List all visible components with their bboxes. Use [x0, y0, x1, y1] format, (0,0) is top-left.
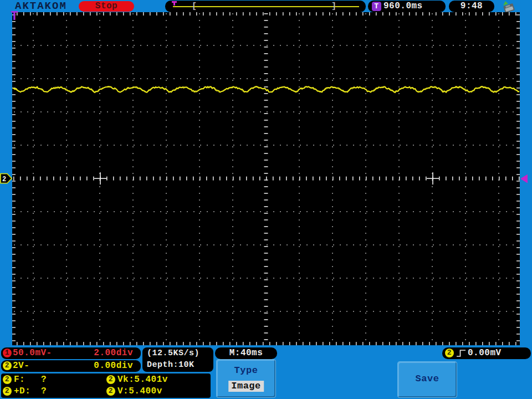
sample-rate: (12.5KS/s) — [147, 349, 200, 358]
ch1-badge: 1 — [3, 349, 12, 357]
trigger-icon: T — [372, 2, 381, 11]
usb-storage-icon — [501, 1, 518, 13]
oscilloscope-screen: AKTAKOM Stop [ ] T 960.0ms 9:48 T 2 1 — [0, 0, 532, 399]
measurement-label: +D: — [14, 386, 30, 397]
acquisition-readout: (12.5KS/s) Depth:10K — [142, 347, 213, 372]
clock-readout: 9:48 — [449, 1, 494, 12]
measurement-readout: Vk:5.401v — [117, 374, 168, 386]
ch1-position: 2.00div — [94, 347, 133, 359]
timebase-readout: M:40ms — [215, 347, 277, 359]
trigger-level-value: 0.00mV — [468, 347, 502, 359]
measurement-value: ? — [41, 386, 47, 397]
ch2-level-marker-label: 2 — [2, 176, 7, 183]
save-button[interactable]: Save — [397, 361, 457, 398]
measurement-ch-badge: 2 — [106, 375, 115, 384]
trigger-source-badge: 2 — [445, 349, 454, 357]
run-status-badge: Stop — [79, 1, 134, 12]
measurement-ch-badge: 2 — [106, 387, 115, 396]
brand-logo: AKTAKOM — [15, 0, 67, 12]
record-window-left-bracket: [ — [192, 1, 197, 12]
measurement-value: 5.400v — [129, 386, 162, 396]
trigger-position-marker: T — [11, 11, 18, 23]
record-window-right-bracket: ] — [331, 1, 337, 12]
measurement-value: 5.401v — [134, 375, 168, 385]
measurement-label: F: — [14, 374, 25, 386]
measurement-label: Vk: — [117, 375, 134, 385]
measurements-panel: 2 F: ? 2 Vk:5.401v 2 +D: ? 2 V:5.400v — [1, 374, 211, 398]
ch1-scale: 50.0mV- — [13, 347, 52, 359]
ch1-status-readout: 1 50.0mV- 2.00div — [1, 347, 141, 359]
ch2-position: 0.00div — [94, 360, 133, 372]
type-menu-button[interactable]: Type Image — [216, 359, 276, 398]
measurement-label: V: — [117, 386, 129, 396]
ch2-level-marker: 2 — [0, 173, 13, 184]
graticule-grid — [12, 12, 520, 345]
measurement-ch-badge: 2 — [3, 375, 12, 384]
rising-edge-icon — [456, 349, 467, 358]
type-menu-label: Type — [217, 365, 275, 376]
trigger-level-marker — [520, 174, 528, 183]
trigger-time-value: 960.0ms — [383, 1, 423, 12]
ch2-status-readout: 2 2V- 0.00div — [1, 360, 141, 372]
trigger-time-readout: T 960.0ms — [368, 1, 446, 12]
measurement-ch-badge: 2 — [3, 387, 12, 396]
record-trigger-marker-icon — [173, 3, 175, 6]
ch2-badge: 2 — [3, 361, 12, 370]
record-position-bar: [ ] — [165, 1, 366, 12]
trigger-level-readout: 2 0.00mV — [442, 347, 531, 359]
waveform-display — [12, 12, 520, 345]
memory-depth: Depth:10K — [147, 360, 195, 370]
ch2-scale: 2V- — [13, 360, 29, 372]
measurement-value: ? — [41, 374, 47, 386]
type-menu-value: Image — [228, 381, 264, 392]
measurement-readout: V:5.400v — [117, 386, 162, 397]
